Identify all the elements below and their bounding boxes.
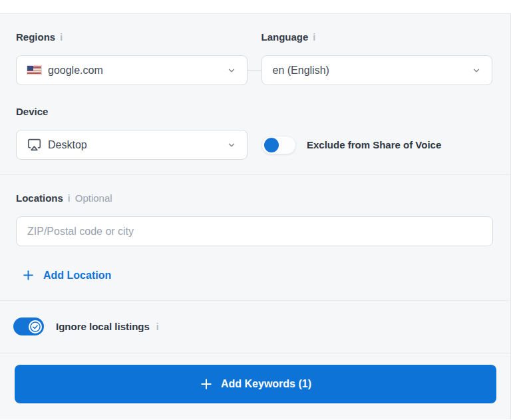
add-location-label: Add Location	[43, 270, 111, 282]
locations-section: Locations i Optional Add Location	[0, 175, 510, 301]
location-input[interactable]	[16, 216, 493, 246]
regions-label-text: Regions	[16, 31, 55, 43]
toggle-knob	[264, 138, 279, 152]
ignore-local-listings-section: Ignore local listings i	[0, 301, 510, 353]
submit-section: Add Keywords (1)	[0, 353, 510, 417]
ignore-local-listings-toggle[interactable]	[13, 317, 44, 335]
plus-icon	[200, 377, 213, 391]
locations-optional-badge: Optional	[75, 192, 112, 204]
chevron-down-icon	[472, 66, 481, 75]
device-label: Device	[16, 106, 492, 118]
language-label-text: Language	[261, 31, 309, 43]
exclude-share-of-voice-label: Exclude from Share of Voice	[307, 139, 441, 150]
us-flag-icon	[27, 66, 41, 75]
regions-selected-value: google.com	[48, 65, 227, 77]
search-engine-section: Regions i Language i google.com en (Engl…	[0, 14, 510, 175]
plus-icon	[22, 269, 35, 282]
language-label: Language i	[261, 31, 493, 43]
device-selected-value: Desktop	[48, 139, 227, 151]
language-info-icon[interactable]: i	[313, 31, 315, 43]
language-selected-value: en (English)	[273, 65, 472, 77]
regions-label: Regions i	[16, 31, 248, 43]
desktop-icon	[27, 138, 41, 152]
add-keywords-label: Add Keywords (1)	[221, 378, 311, 390]
ignore-local-listings-label: Ignore local listings i	[56, 321, 159, 332]
chevron-down-icon	[227, 66, 236, 75]
regions-select[interactable]: google.com	[16, 55, 248, 85]
locations-label: Locations i Optional	[16, 192, 492, 204]
chevron-down-icon	[227, 140, 236, 150]
regions-info-icon[interactable]: i	[60, 31, 63, 43]
add-location-button[interactable]: Add Location	[22, 269, 111, 282]
language-select[interactable]: en (English)	[261, 55, 493, 85]
locations-label-text: Locations	[16, 192, 63, 204]
exclude-share-of-voice-toggle[interactable]	[261, 136, 296, 154]
ignore-local-listings-info-icon[interactable]: i	[156, 321, 159, 332]
locations-info-icon[interactable]: i	[68, 192, 71, 204]
top-strip	[0, 0, 511, 14]
device-label-text: Device	[16, 106, 48, 118]
exclude-share-of-voice-text: Exclude from Share of Voice	[307, 139, 441, 150]
connector-line	[248, 70, 261, 71]
device-select[interactable]: Desktop	[16, 130, 248, 160]
ignore-local-listings-text: Ignore local listings	[56, 321, 150, 332]
add-keywords-button[interactable]: Add Keywords (1)	[15, 365, 496, 403]
toggle-knob-check-icon	[29, 320, 42, 333]
keyword-settings-panel: Regions i Language i google.com en (Engl…	[0, 14, 511, 419]
